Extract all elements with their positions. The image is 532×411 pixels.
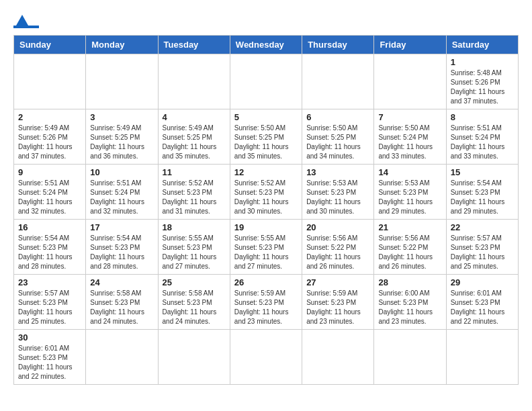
day-number: 10 xyxy=(90,167,153,177)
day-number: 14 xyxy=(378,167,441,177)
day-number: 19 xyxy=(234,222,298,232)
day-number: 6 xyxy=(306,112,369,122)
logo-bar xyxy=(13,26,39,28)
day-number: 22 xyxy=(451,222,514,232)
day-info: Sunrise: 5:51 AM Sunset: 5:24 PM Dayligh… xyxy=(18,179,81,216)
day-number: 4 xyxy=(163,112,226,122)
table-row: 3Sunrise: 5:49 AM Sunset: 5:25 PM Daylig… xyxy=(86,109,158,165)
calendar-week-row: 2Sunrise: 5:49 AM Sunset: 5:26 PM Daylig… xyxy=(14,109,519,165)
table-row xyxy=(374,54,446,109)
day-info: Sunrise: 5:50 AM Sunset: 5:25 PM Dayligh… xyxy=(234,124,298,161)
table-row: 7Sunrise: 5:50 AM Sunset: 5:24 PM Daylig… xyxy=(374,109,446,165)
calendar-week-row: 16Sunrise: 5:54 AM Sunset: 5:23 PM Dayli… xyxy=(14,220,519,275)
table-row: 28Sunrise: 6:00 AM Sunset: 5:23 PM Dayli… xyxy=(374,275,446,330)
day-info: Sunrise: 5:49 AM Sunset: 5:25 PM Dayligh… xyxy=(163,124,226,161)
table-row xyxy=(86,54,158,109)
day-number: 29 xyxy=(451,277,514,287)
table-row: 8Sunrise: 5:51 AM Sunset: 5:24 PM Daylig… xyxy=(446,109,518,165)
col-thursday: Thursday xyxy=(302,36,374,54)
day-number: 17 xyxy=(90,222,153,232)
day-info: Sunrise: 5:56 AM Sunset: 5:22 PM Dayligh… xyxy=(306,234,369,271)
table-row xyxy=(374,330,446,385)
table-row: 9Sunrise: 5:51 AM Sunset: 5:24 PM Daylig… xyxy=(14,165,86,220)
table-row: 4Sunrise: 5:49 AM Sunset: 5:25 PM Daylig… xyxy=(158,109,230,165)
table-row: 2Sunrise: 5:49 AM Sunset: 5:26 PM Daylig… xyxy=(14,109,86,165)
table-row xyxy=(302,330,374,385)
day-info: Sunrise: 5:54 AM Sunset: 5:23 PM Dayligh… xyxy=(90,234,153,271)
day-info: Sunrise: 5:50 AM Sunset: 5:24 PM Dayligh… xyxy=(378,124,441,161)
day-info: Sunrise: 5:58 AM Sunset: 5:23 PM Dayligh… xyxy=(163,289,226,326)
table-row: 16Sunrise: 5:54 AM Sunset: 5:23 PM Dayli… xyxy=(14,220,86,275)
day-info: Sunrise: 5:59 AM Sunset: 5:23 PM Dayligh… xyxy=(306,289,369,326)
day-number: 9 xyxy=(18,167,81,177)
day-info: Sunrise: 5:55 AM Sunset: 5:23 PM Dayligh… xyxy=(234,234,298,271)
day-info: Sunrise: 5:57 AM Sunset: 5:23 PM Dayligh… xyxy=(451,234,514,271)
day-info: Sunrise: 6:01 AM Sunset: 5:23 PM Dayligh… xyxy=(18,344,81,381)
calendar-week-row: 1Sunrise: 5:48 AM Sunset: 5:26 PM Daylig… xyxy=(14,54,519,109)
day-info: Sunrise: 5:52 AM Sunset: 5:23 PM Dayligh… xyxy=(234,179,298,216)
day-info: Sunrise: 5:56 AM Sunset: 5:22 PM Dayligh… xyxy=(378,234,441,271)
table-row: 5Sunrise: 5:50 AM Sunset: 5:25 PM Daylig… xyxy=(230,109,302,165)
day-info: Sunrise: 5:51 AM Sunset: 5:24 PM Dayligh… xyxy=(90,179,153,216)
day-info: Sunrise: 5:59 AM Sunset: 5:23 PM Dayligh… xyxy=(234,289,298,326)
day-number: 30 xyxy=(18,332,81,342)
day-info: Sunrise: 5:49 AM Sunset: 5:25 PM Dayligh… xyxy=(90,124,153,161)
day-info: Sunrise: 5:49 AM Sunset: 5:26 PM Dayligh… xyxy=(18,124,81,161)
day-info: Sunrise: 5:50 AM Sunset: 5:25 PM Dayligh… xyxy=(306,124,369,161)
table-row: 12Sunrise: 5:52 AM Sunset: 5:23 PM Dayli… xyxy=(230,165,302,220)
day-info: Sunrise: 5:52 AM Sunset: 5:23 PM Dayligh… xyxy=(163,179,226,216)
table-row: 22Sunrise: 5:57 AM Sunset: 5:23 PM Dayli… xyxy=(446,220,518,275)
table-row xyxy=(230,54,302,109)
col-monday: Monday xyxy=(86,36,158,54)
day-number: 20 xyxy=(306,222,369,232)
table-row xyxy=(14,54,86,109)
day-number: 18 xyxy=(163,222,226,232)
table-row: 15Sunrise: 5:54 AM Sunset: 5:23 PM Dayli… xyxy=(446,165,518,220)
svg-marker-0 xyxy=(16,15,28,26)
col-wednesday: Wednesday xyxy=(230,36,302,54)
day-info: Sunrise: 5:54 AM Sunset: 5:23 PM Dayligh… xyxy=(451,179,514,216)
calendar-table: Sunday Monday Tuesday Wednesday Thursday… xyxy=(13,35,519,385)
logo xyxy=(13,13,74,28)
table-row xyxy=(158,330,230,385)
table-row xyxy=(158,54,230,109)
col-sunday: Sunday xyxy=(14,36,86,54)
table-row: 20Sunrise: 5:56 AM Sunset: 5:22 PM Dayli… xyxy=(302,220,374,275)
day-number: 28 xyxy=(378,277,441,287)
table-row: 23Sunrise: 5:57 AM Sunset: 5:23 PM Dayli… xyxy=(14,275,86,330)
day-info: Sunrise: 5:55 AM Sunset: 5:23 PM Dayligh… xyxy=(163,234,226,271)
table-row: 25Sunrise: 5:58 AM Sunset: 5:23 PM Dayli… xyxy=(158,275,230,330)
day-number: 3 xyxy=(90,112,153,122)
day-info: Sunrise: 5:57 AM Sunset: 5:23 PM Dayligh… xyxy=(18,289,81,326)
col-friday: Friday xyxy=(374,36,446,54)
day-number: 8 xyxy=(451,112,514,122)
table-row: 1Sunrise: 5:48 AM Sunset: 5:26 PM Daylig… xyxy=(446,54,518,109)
table-row: 18Sunrise: 5:55 AM Sunset: 5:23 PM Dayli… xyxy=(158,220,230,275)
day-number: 7 xyxy=(378,112,441,122)
day-number: 16 xyxy=(18,222,81,232)
table-row: 27Sunrise: 5:59 AM Sunset: 5:23 PM Dayli… xyxy=(302,275,374,330)
table-row: 10Sunrise: 5:51 AM Sunset: 5:24 PM Dayli… xyxy=(86,165,158,220)
day-number: 24 xyxy=(90,277,153,287)
day-number: 11 xyxy=(163,167,226,177)
day-number: 2 xyxy=(18,112,81,122)
col-tuesday: Tuesday xyxy=(158,36,230,54)
table-row: 14Sunrise: 5:53 AM Sunset: 5:23 PM Dayli… xyxy=(374,165,446,220)
table-row: 13Sunrise: 5:53 AM Sunset: 5:23 PM Dayli… xyxy=(302,165,374,220)
day-info: Sunrise: 5:51 AM Sunset: 5:24 PM Dayligh… xyxy=(451,124,514,161)
table-row: 24Sunrise: 5:58 AM Sunset: 5:23 PM Dayli… xyxy=(86,275,158,330)
table-row xyxy=(302,54,374,109)
day-number: 5 xyxy=(234,112,298,122)
table-row: 11Sunrise: 5:52 AM Sunset: 5:23 PM Dayli… xyxy=(158,165,230,220)
day-number: 27 xyxy=(306,277,369,287)
table-row: 17Sunrise: 5:54 AM Sunset: 5:23 PM Dayli… xyxy=(86,220,158,275)
table-row xyxy=(230,330,302,385)
page-header xyxy=(13,13,519,28)
day-info: Sunrise: 5:54 AM Sunset: 5:23 PM Dayligh… xyxy=(18,234,81,271)
day-number: 15 xyxy=(451,167,514,177)
table-row: 29Sunrise: 6:01 AM Sunset: 5:23 PM Dayli… xyxy=(446,275,518,330)
table-row xyxy=(86,330,158,385)
day-info: Sunrise: 5:53 AM Sunset: 5:23 PM Dayligh… xyxy=(306,179,369,216)
calendar-week-row: 23Sunrise: 5:57 AM Sunset: 5:23 PM Dayli… xyxy=(14,275,519,330)
table-row: 30Sunrise: 6:01 AM Sunset: 5:23 PM Dayli… xyxy=(14,330,86,385)
